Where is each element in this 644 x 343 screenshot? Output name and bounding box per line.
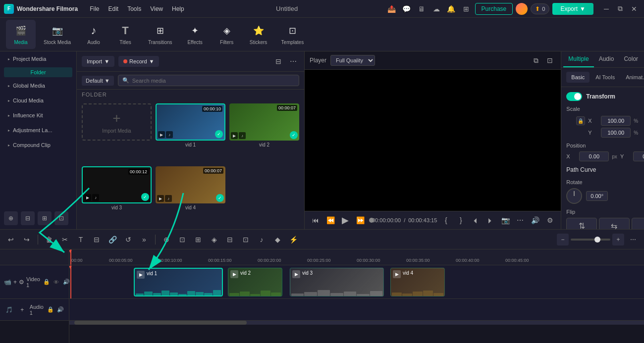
menu-edit[interactable]: Edit <box>104 3 122 14</box>
tool-audio[interactable]: ♪ Audio <box>79 20 108 49</box>
menu-tools[interactable]: Tools <box>123 3 145 14</box>
scale-x-value[interactable]: 100.00 <box>601 116 631 126</box>
import-media-item[interactable]: + Import Media <box>82 103 152 162</box>
purchase-button[interactable]: Purchase <box>475 3 513 15</box>
sidebar-item-influence-kit[interactable]: ▸ Influence Kit <box>2 108 74 122</box>
sidebar-group-icon[interactable]: ⊞ <box>38 211 52 225</box>
track-add-icon[interactable]: + <box>13 275 17 289</box>
zoom-in-icon[interactable]: + <box>612 234 624 245</box>
sidebar-item-cloud-media[interactable]: ▸ Cloud Media <box>2 94 74 107</box>
more-icon[interactable]: ⋯ <box>287 55 299 67</box>
timeline-clip-vid3[interactable]: ▶ vid 3 <box>290 268 384 296</box>
sidebar-item-compound-clip[interactable]: ▸ Compound Clip <box>2 138 74 152</box>
progress-thumb[interactable] <box>369 218 374 223</box>
track-eye-icon[interactable]: 👁 <box>52 278 61 287</box>
tl-undo-icon[interactable]: ↩ <box>4 233 18 246</box>
tool-templates[interactable]: ⊡ Templates <box>275 20 310 49</box>
default-button[interactable]: Default ▼ <box>82 76 114 86</box>
sidebar-folder[interactable]: Folder <box>4 67 72 77</box>
search-input[interactable] <box>132 78 295 84</box>
tl-options-icon[interactable]: ⋯ <box>626 233 640 246</box>
mark-in-icon[interactable]: { <box>440 214 452 226</box>
timeline-clip-vid2[interactable]: ▶ vid 2 <box>228 268 282 296</box>
maximize-button[interactable]: ⧉ <box>614 3 626 15</box>
mark-out-icon[interactable]: } <box>455 214 467 226</box>
zoom-out-icon[interactable]: − <box>557 234 569 245</box>
tl-cut-icon[interactable]: ✂ <box>58 233 72 246</box>
menu-view[interactable]: View <box>146 3 167 14</box>
scrollbar-thumb[interactable] <box>74 321 247 325</box>
skip-back-icon[interactable]: ⏮ <box>310 214 322 226</box>
timeline-clip-vid4[interactable]: ▶ vid 4 <box>390 268 445 296</box>
audio-track-lock-icon[interactable]: 🔒 <box>46 305 55 314</box>
tab-color[interactable]: Color <box>619 51 643 67</box>
rotate-value[interactable]: 0.00° <box>586 191 608 201</box>
tl-redo-icon[interactable]: ↪ <box>20 233 34 246</box>
pos-y-value[interactable]: 0.00 <box>633 151 644 161</box>
scale-y-value[interactable]: 100.00 <box>601 128 631 138</box>
rotate-dial-knob[interactable] <box>566 188 582 204</box>
media-item-vid1[interactable]: 00:00:10 ▶ ♪ ✓ vid 1 <box>156 103 225 162</box>
next-marker-icon[interactable]: ⏵ <box>484 214 496 226</box>
user-avatar[interactable] <box>516 3 528 15</box>
filter-icon[interactable]: ⊟ <box>272 55 284 67</box>
tl-delete-icon[interactable]: 🗑 <box>42 233 56 246</box>
tl-keyframe-icon[interactable]: ◆ <box>270 233 284 246</box>
import-button[interactable]: Import ▼ <box>82 56 114 67</box>
tl-speed-icon[interactable]: ⚡ <box>286 233 300 246</box>
tl-link2-icon[interactable]: ⊡ <box>239 233 253 246</box>
notification-icon[interactable]: 🔔 <box>445 3 457 15</box>
media-item-vid4[interactable]: 00:00:07 ▶ ♪ ✓ vid 4 <box>156 166 225 225</box>
timeline-scrollbar[interactable] <box>69 321 644 325</box>
snapshot-icon[interactable]: 📷 <box>499 214 511 226</box>
audio-track-mute-icon[interactable]: 🔊 <box>56 305 65 314</box>
tool-filters[interactable]: ◈ Filters <box>212 20 242 49</box>
subtab-ai-tools[interactable]: AI Tools <box>590 72 620 83</box>
tool-transitions[interactable]: ⊞ Transitions <box>142 20 178 49</box>
flip-vertical-button[interactable]: ⇆ <box>599 218 630 229</box>
more-ctrl-icon[interactable]: ⋯ <box>514 214 526 226</box>
export-button[interactable]: Export ▼ <box>552 3 593 15</box>
sidebar-item-project-media[interactable]: ▸ Project Media <box>2 52 74 66</box>
track-settings-icon[interactable]: ⚙ <box>19 275 24 289</box>
tool-titles[interactable]: T Titles <box>110 20 140 49</box>
sidebar-compound-icon[interactable]: ⊡ <box>54 211 68 225</box>
fullscreen-icon[interactable]: ⊡ <box>544 54 556 66</box>
zoom-bar[interactable] <box>571 239 610 241</box>
transform-toggle[interactable] <box>566 92 582 101</box>
tl-crop-icon[interactable]: ⊟ <box>90 233 104 246</box>
pos-x-value[interactable]: 0.00 <box>579 151 609 161</box>
tl-split2-icon[interactable]: ⊟ <box>223 233 237 246</box>
flip-horizontal-button[interactable]: ⇅ <box>566 218 597 229</box>
prev-marker-icon[interactable]: ⏴ <box>470 214 482 226</box>
tl-link-icon[interactable]: 🔗 <box>106 233 119 246</box>
split-view-icon[interactable]: ⧉ <box>530 54 542 66</box>
quality-select[interactable]: Full Quality 1/2 Quality 1/4 Quality <box>330 55 375 66</box>
apps-icon[interactable]: ⊞ <box>460 3 472 15</box>
menu-file[interactable]: File <box>86 3 103 14</box>
subtab-basic[interactable]: Basic <box>566 72 590 83</box>
tl-audio2-icon[interactable]: ♪ <box>255 233 268 246</box>
track-lock-icon[interactable]: 🔒 <box>42 278 51 287</box>
subtab-animate[interactable]: Animat... <box>621 72 644 83</box>
playhead[interactable] <box>70 249 71 265</box>
tl-split-audio-icon[interactable]: ⊡ <box>175 233 189 246</box>
tl-marker-icon[interactable]: ◈ <box>207 233 221 246</box>
record-button[interactable]: Record ▼ <box>118 56 159 67</box>
play-icon[interactable]: ▶ <box>339 214 351 226</box>
minimize-button[interactable]: ─ <box>600 3 612 15</box>
tool-media[interactable]: 🎬 Media <box>6 20 36 49</box>
media-item-vid3[interactable]: 00:00:12 ▶ ♪ ✓ vid 3 <box>82 166 152 225</box>
tl-rotate-icon[interactable]: ↺ <box>121 233 135 246</box>
sidebar-item-global-media[interactable]: ▸ Global Media <box>2 79 74 93</box>
step-forward-icon[interactable]: ⏩ <box>354 214 366 226</box>
devices-icon[interactable]: 🖥 <box>416 3 428 15</box>
account-icon[interactable]: 💬 <box>401 3 413 15</box>
zoom-thumb[interactable] <box>594 237 600 243</box>
tl-record-icon[interactable]: ⊞ <box>191 233 205 246</box>
sidebar-item-adjustment[interactable]: ▸ Adjustment La... <box>2 123 74 137</box>
tl-text-icon[interactable]: T <box>74 233 88 246</box>
cloud-icon[interactable]: ☁ <box>430 3 442 15</box>
tl-more-icon[interactable]: » <box>137 233 151 246</box>
tool-stickers[interactable]: ⭐ Stickers <box>244 20 273 49</box>
